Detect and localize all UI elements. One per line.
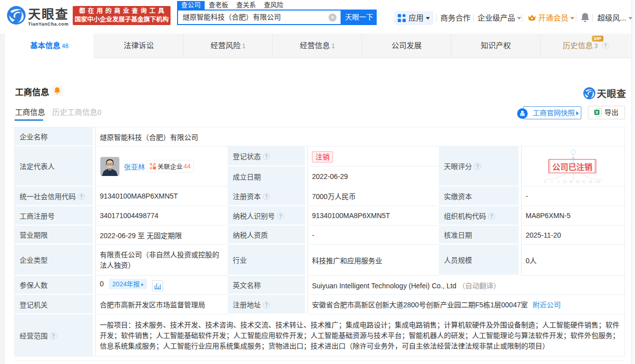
- svg-text:3: 3: [557, 180, 559, 184]
- svg-text:65: 65: [576, 180, 580, 184]
- svg-text:15: 15: [563, 180, 567, 184]
- svg-text:100: 100: [595, 180, 600, 184]
- svg-text:87: 87: [582, 180, 586, 184]
- svg-text:99: 99: [589, 180, 593, 184]
- svg-text:1: 1: [551, 180, 553, 184]
- svg-text:50: 50: [569, 180, 573, 184]
- svg-text:0: 0: [544, 180, 546, 184]
